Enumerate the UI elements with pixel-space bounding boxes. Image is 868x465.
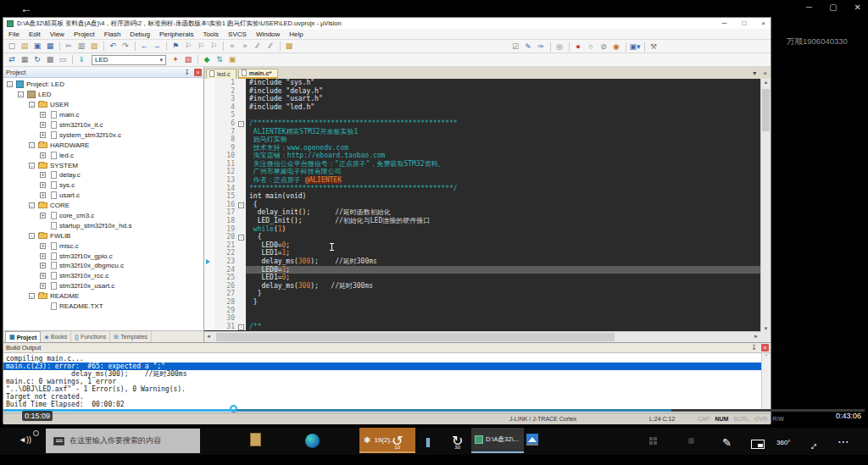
manage-rte-icon[interactable]: ◆ — [201, 54, 213, 65]
tree-expander[interactable]: - — [29, 142, 36, 148]
forward-30-button[interactable]: ↻ 30 — [452, 435, 463, 454]
build-icon[interactable]: ▦ — [19, 54, 31, 65]
find-in-files-icon[interactable]: ◎ — [554, 42, 565, 53]
window-select-icon[interactable]: ▣▾ — [629, 42, 641, 53]
fold-column[interactable] — [238, 257, 246, 266]
photos-app-icon[interactable] — [526, 434, 538, 446]
new-file-icon[interactable]: ▢ — [6, 41, 18, 52]
manage-items-icon[interactable]: ▧ — [182, 54, 194, 65]
tree-item[interactable]: + delay.c — [3, 170, 203, 180]
tree-expander[interactable]: + — [40, 192, 47, 198]
tree-item[interactable]: startup_stm32f10x_hd.s — [3, 220, 203, 230]
scroll-left-icon[interactable]: ◄ — [206, 334, 211, 339]
taskbar-item-uvision[interactable]: D:\A盘32\... — [471, 428, 524, 453]
build-output-header[interactable]: Build Output ↧ × — [3, 343, 771, 353]
paste-icon[interactable]: ▨ — [88, 41, 100, 52]
fold-column[interactable] — [238, 103, 246, 112]
menu-item[interactable]: Window — [256, 30, 280, 38]
video-close-icon[interactable]: ✕ — [854, 3, 861, 12]
tree-expander[interactable]: - — [29, 293, 36, 299]
panel-tab[interactable]: ⊞ Templates — [110, 331, 152, 342]
tree-expander[interactable]: + — [40, 213, 47, 219]
tree-item[interactable]: + stm32f10x_gpio.c — [3, 251, 203, 261]
save-all-icon[interactable]: ▦ — [44, 41, 56, 52]
fold-column[interactable]: - — [238, 119, 246, 128]
fold-column[interactable] — [238, 208, 246, 217]
fold-column[interactable] — [238, 136, 246, 144]
tree-expander[interactable]: + — [40, 182, 47, 188]
download-icon[interactable]: ⇓ — [75, 54, 87, 65]
menu-item[interactable]: Flash — [104, 30, 121, 38]
disable-all-breakpoints-icon[interactable]: ⊘ — [598, 42, 609, 53]
copy-icon[interactable]: ▥ — [75, 41, 87, 52]
fullscreen-button[interactable]: ↔ — [807, 437, 818, 452]
menu-item[interactable]: SVCS — [228, 30, 247, 38]
tree-item[interactable]: + system_stm32f10x.c — [3, 130, 203, 140]
tree-expander[interactable]: - — [29, 163, 36, 169]
fold-column[interactable] — [238, 225, 246, 234]
fold-column[interactable] — [238, 290, 246, 298]
menu-item[interactable]: Project — [74, 30, 95, 38]
properties-icon[interactable]: ▩ — [283, 41, 295, 52]
tree-item[interactable]: + stm32f10x_rcc.c — [3, 271, 203, 281]
tree-item[interactable]: + main.c — [3, 110, 203, 120]
menu-item[interactable]: Tools — [203, 30, 219, 38]
fold-column[interactable]: - — [238, 233, 246, 241]
fold-column[interactable] — [238, 152, 246, 160]
fold-column[interactable] — [238, 128, 246, 136]
scrollbar-thumb[interactable] — [762, 89, 770, 131]
scroll-up-icon[interactable]: ▲ — [761, 80, 771, 85]
fold-column[interactable] — [238, 298, 246, 307]
menu-item[interactable]: Edit — [29, 30, 41, 38]
fold-column[interactable]: - — [238, 201, 246, 209]
editor-group-close-icon[interactable]: × — [763, 69, 767, 77]
tree-item[interactable]: - README — [3, 291, 203, 302]
navigate-back-icon[interactable]: ← — [138, 41, 150, 52]
fold-column[interactable] — [238, 249, 246, 257]
tree-item[interactable]: - LED — [3, 90, 203, 100]
minimize-icon[interactable]: ─ — [722, 18, 727, 29]
fold-column[interactable] — [238, 79, 246, 87]
tree-item[interactable]: - CORE — [3, 201, 203, 211]
target-select[interactable]: LED ▾ — [92, 55, 166, 65]
editor-tab[interactable]: main.c* — [238, 69, 278, 79]
tree-expander[interactable]: + — [40, 132, 47, 138]
build-output-scrollbar[interactable]: ⌃ — [761, 353, 771, 411]
scrollbar-thumb[interactable] — [216, 333, 615, 341]
tree-expander[interactable]: - — [18, 91, 25, 97]
tree-item[interactable]: + led.c — [3, 150, 203, 160]
translate-icon[interactable]: ⇄ — [6, 54, 18, 65]
title-bar[interactable]: D:\A盘32\精英板 资料盘(A盘)\4，程序源码\2，标准例程-库函数版本\… — [3, 18, 771, 29]
tree-item[interactable]: README.TXT — [3, 302, 203, 312]
windows-logo-icon[interactable] — [649, 437, 657, 445]
pause-button[interactable]: ‖ — [426, 436, 431, 450]
cortana-circle-icon[interactable] — [33, 430, 39, 436]
fold-column[interactable] — [238, 307, 246, 315]
notes-pencil-button[interactable]: ✎ — [722, 436, 732, 449]
software-packs-icon[interactable]: ▣ — [226, 54, 238, 65]
tree-item[interactable]: + core_cm3.c — [3, 211, 203, 221]
tree-expander[interactable]: - — [29, 202, 36, 208]
comment-icon[interactable]: ∕∕ — [252, 41, 264, 52]
fold-column[interactable] — [238, 95, 246, 103]
fold-column[interactable] — [238, 87, 246, 96]
indent-icon[interactable]: » — [239, 41, 251, 52]
tree-expander[interactable]: + — [40, 152, 47, 158]
build-output-close-icon[interactable]: × — [761, 344, 769, 352]
tree-item[interactable]: + misc.c — [3, 241, 203, 251]
scroll-down-icon[interactable]: ▼ — [761, 326, 771, 331]
panel-tab[interactable]: ▦ Project — [5, 331, 41, 342]
fold-column[interactable] — [238, 185, 246, 193]
tree-item[interactable]: - SYSTEM — [3, 160, 203, 170]
fold-column[interactable] — [238, 266, 246, 274]
stop-build-icon[interactable]: ▭ — [57, 54, 69, 65]
open-file-icon[interactable]: ▤ — [19, 41, 31, 52]
tree-expander[interactable]: - — [29, 102, 36, 108]
editor-group-caret-icon[interactable]: ▾ — [753, 69, 756, 77]
menu-item[interactable]: Debug — [130, 30, 150, 38]
project-panel-header[interactable]: Project ↧ × — [3, 67, 203, 78]
tools-wrench-icon[interactable]: ⚒ — [648, 42, 659, 53]
horizontal-scrollbar[interactable]: ◄ ► — [204, 331, 771, 342]
tree-expander[interactable]: - — [29, 233, 36, 239]
cut-icon[interactable]: ✂ — [63, 41, 75, 52]
